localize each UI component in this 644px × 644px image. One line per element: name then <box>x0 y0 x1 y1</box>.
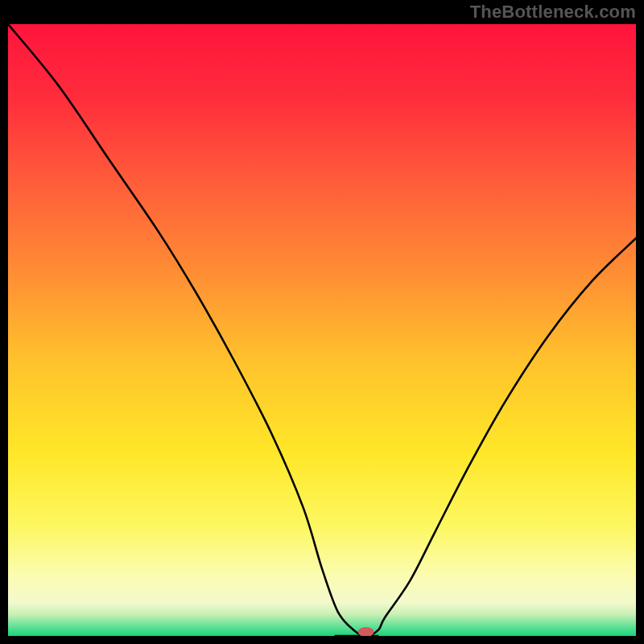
chart-frame: TheBottleneck.com <box>0 0 644 644</box>
bottleneck-chart-svg <box>8 24 636 636</box>
gradient-background <box>8 24 636 636</box>
plot-area <box>8 24 636 636</box>
watermark-text: TheBottleneck.com <box>470 2 636 23</box>
